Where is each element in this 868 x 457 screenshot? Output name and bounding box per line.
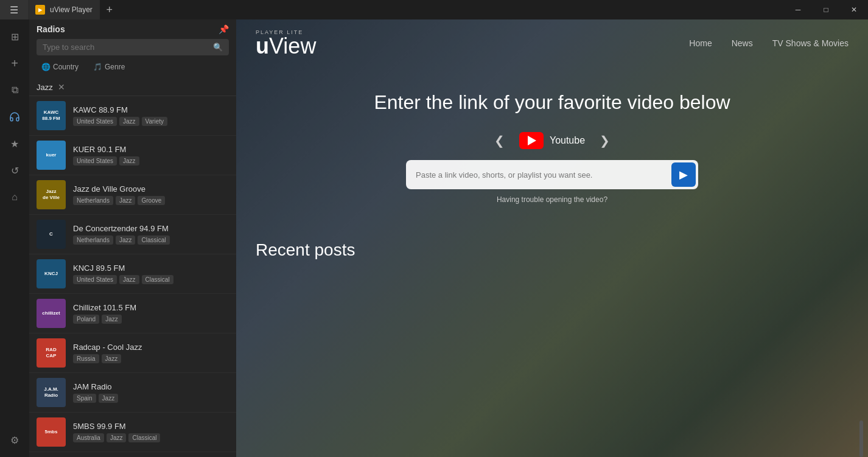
source-icon-wrapper: Youtube xyxy=(519,132,585,149)
radio-logo: chillizet xyxy=(37,299,66,328)
url-submit-button[interactable]: ▶ xyxy=(671,162,696,187)
radio-list-item[interactable]: CDe Concertzender 94.9 FMNetherlandsJazz… xyxy=(29,215,236,254)
country-filter-icon: 🌐 xyxy=(41,63,51,71)
grid-icon-button[interactable]: ⊞ xyxy=(2,24,27,49)
radio-tag: Netherlands xyxy=(73,235,113,245)
radio-tags: SpainJazz xyxy=(73,394,229,403)
radio-tag: United States xyxy=(73,156,117,166)
radio-tag: Jazz xyxy=(119,156,139,166)
radio-info: 5MBS 99.9 FMAustraliaJazzClassical xyxy=(73,422,229,442)
uview-logo-u: u xyxy=(256,33,269,58)
search-icon: 🔍 xyxy=(213,43,223,52)
icon-bar: ⊞ + ⧉ ★ ↺ ⌂ ⚙ xyxy=(0,19,29,457)
radio-list-item[interactable]: KAWC 88.9 FMKAWC 88.9 FMUnited StatesJaz… xyxy=(29,96,236,136)
pages-icon-button[interactable]: ⧉ xyxy=(2,78,27,102)
submit-arrow-icon: ▶ xyxy=(679,168,688,181)
nav-links: Home News TV Shows & Movies xyxy=(689,38,849,48)
country-filter-button[interactable]: 🌐 Country xyxy=(37,60,83,74)
radio-name: Jazz de Ville Groove xyxy=(73,184,229,194)
source-prev-button[interactable]: ❮ xyxy=(489,131,509,150)
sidebar: Radios 📌 🔍 🌐 Country 🎵 Genre Jazz ✕ KAWC… xyxy=(29,19,236,457)
history-icon-button[interactable]: ↺ xyxy=(2,158,27,183)
radio-tag: Variety xyxy=(142,117,167,126)
nav-home-link[interactable]: Home xyxy=(689,38,712,48)
radio-name: KNCJ 89.5 FM xyxy=(73,263,229,273)
radio-info: KNCJ 89.5 FMUnited StatesJazzClassical xyxy=(73,263,229,284)
radio-info: De Concertzender 94.9 FMNetherlandsJazzC… xyxy=(73,224,229,245)
radio-tag: Classical xyxy=(138,235,169,245)
active-filter-label: Jazz xyxy=(37,83,53,92)
genre-filter-button[interactable]: 🎵 Genre xyxy=(88,60,130,74)
scrollbar-thumb[interactable] xyxy=(859,420,863,457)
uview-nav: Player lite uView Home News TV Shows & M… xyxy=(236,19,868,67)
radio-info: Chillizet 101.5 FMPolandJazz xyxy=(73,303,229,324)
radio-tag: United States xyxy=(73,117,117,126)
source-next-button[interactable]: ❯ xyxy=(595,131,615,150)
radio-tag: Spain xyxy=(73,394,96,403)
radio-tag: Jazz xyxy=(116,235,136,245)
radio-tag: Groove xyxy=(138,196,165,205)
radio-list-item[interactable]: RAD CAPRadcap - Cool JazzRussiaJazz xyxy=(29,333,236,373)
radio-tags: NetherlandsJazzClassical xyxy=(73,235,229,245)
recent-posts-title: Recent posts xyxy=(256,240,849,260)
nav-news-link[interactable]: News xyxy=(732,38,753,48)
radio-name: KAWC 88.9 FM xyxy=(73,105,229,114)
add-icon-button[interactable]: + xyxy=(2,51,27,75)
radio-list-item[interactable]: J.A.M. RadioJAM RadioSpainJazz xyxy=(29,373,236,413)
radio-logo: kuer xyxy=(37,141,66,170)
new-tab-button[interactable]: + xyxy=(100,0,119,19)
url-input[interactable] xyxy=(416,170,667,180)
pin-icon[interactable]: 📌 xyxy=(219,24,229,34)
radio-list-item[interactable]: Jazz de VilleJazz de Ville GrooveNetherl… xyxy=(29,175,236,215)
radio-list-item[interactable]: kuerKUER 90.1 FMUnited StatesJazz xyxy=(29,136,236,175)
radio-name: KUER 90.1 FM xyxy=(73,145,229,154)
browser-tab[interactable]: ▶ uView Player xyxy=(28,0,100,19)
radio-tags: United StatesJazzVariety xyxy=(73,117,229,126)
uview-logo: Player lite uView xyxy=(256,29,316,57)
radio-tag: Jazz xyxy=(119,117,139,126)
radio-tags: United StatesJazz xyxy=(73,156,229,166)
hero-section: Enter the link of your favorite video be… xyxy=(236,67,868,216)
radio-icon-button[interactable] xyxy=(2,105,27,129)
radio-logo: J.A.M. Radio xyxy=(37,378,66,407)
radio-tag: Russia xyxy=(73,354,99,363)
radio-name: 5MBS 99.9 FM xyxy=(73,422,229,431)
radio-logo: KNCJ xyxy=(37,259,66,288)
hamburger-menu-button[interactable]: ☰ xyxy=(0,0,28,19)
filter-row: 🌐 Country 🎵 Genre xyxy=(29,60,236,78)
radio-info: KUER 90.1 FMUnited StatesJazz xyxy=(73,145,229,166)
radio-tag: Jazz xyxy=(102,354,122,363)
radio-info: KAWC 88.9 FMUnited StatesJazzVariety xyxy=(73,105,229,126)
remove-filter-button[interactable]: ✕ xyxy=(58,82,65,92)
radio-info: Jazz de Ville GrooveNetherlandsJazzGroov… xyxy=(73,184,229,205)
radio-tags: NetherlandsJazzGroove xyxy=(73,196,229,205)
home-icon-button[interactable]: ⌂ xyxy=(2,185,27,209)
radio-tags: RussiaJazz xyxy=(73,354,229,363)
radio-tags: AustraliaJazzClassical xyxy=(73,433,229,442)
radio-list-item[interactable]: KNCJKNCJ 89.5 FMUnited StatesJazzClassic… xyxy=(29,254,236,294)
nav-tvshows-link[interactable]: TV Shows & Movies xyxy=(772,38,849,48)
main-content: ⊞ + ⧉ ★ ↺ ⌂ ⚙ Radios 📌 🔍 🌐 Country xyxy=(0,19,868,457)
minimize-button[interactable]: ─ xyxy=(784,0,812,19)
source-name-label: Youtube xyxy=(550,135,585,146)
radio-logo: Jazz de Ville xyxy=(37,180,66,209)
radio-name: Chillizet 101.5 FM xyxy=(73,303,229,312)
radio-logo: RAD CAP xyxy=(37,338,66,368)
trouble-link[interactable]: Having trouble opening the video? xyxy=(497,195,607,204)
radio-info: JAM RadioSpainJazz xyxy=(73,382,229,403)
settings-icon-button[interactable]: ⚙ xyxy=(2,428,27,452)
radio-logo: 5mbs xyxy=(37,417,66,447)
tab-favicon: ▶ xyxy=(35,5,45,15)
radio-tag: Jazz xyxy=(116,196,136,205)
radio-list: KAWC 88.9 FMKAWC 88.9 FMUnited StatesJaz… xyxy=(29,96,236,457)
radio-tag: Jazz xyxy=(102,315,122,324)
radio-list-item[interactable]: chillizetChillizet 101.5 FMPolandJazz xyxy=(29,294,236,333)
radio-tag: Jazz xyxy=(107,433,127,442)
radio-info: Radcap - Cool JazzRussiaJazz xyxy=(73,343,229,363)
url-input-wrapper: ▶ xyxy=(406,160,698,189)
search-input[interactable] xyxy=(43,43,208,52)
radio-list-item[interactable]: 5mbs5MBS 99.9 FMAustraliaJazzClassical xyxy=(29,413,236,452)
star-icon-button[interactable]: ★ xyxy=(2,131,27,156)
maximize-button[interactable]: □ xyxy=(812,0,840,19)
close-button[interactable]: ✕ xyxy=(840,0,868,19)
